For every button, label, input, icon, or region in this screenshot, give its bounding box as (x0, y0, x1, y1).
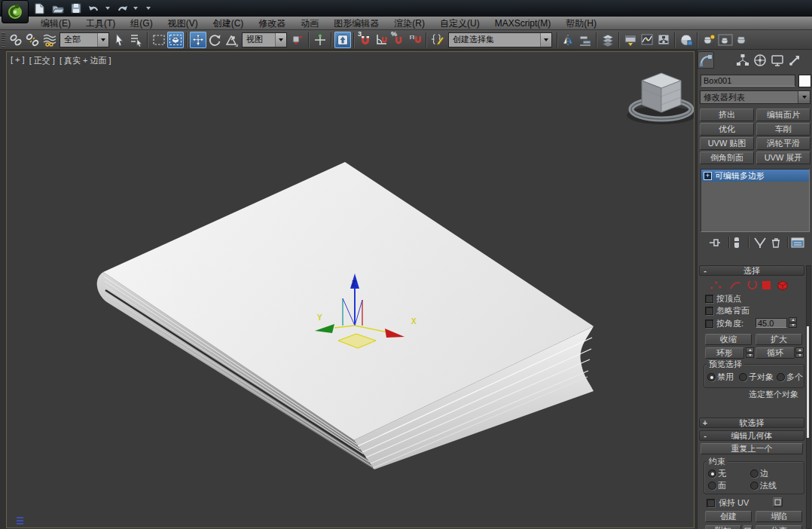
bind-to-space-warp-icon[interactable] (41, 32, 57, 48)
menu-tools[interactable]: 工具(T) (78, 17, 123, 30)
reference-coordinate-dropdown[interactable]: 视图 (242, 32, 287, 47)
shrink-button[interactable]: 收缩 (705, 334, 752, 345)
selection-filter-caret[interactable] (97, 33, 108, 47)
loop-spinner[interactable] (795, 347, 804, 358)
select-object-icon[interactable] (111, 32, 128, 48)
create-button[interactable]: 创建 (705, 511, 752, 522)
make-unique-icon[interactable] (753, 237, 767, 252)
modifier-button-turbosmooth[interactable]: 涡轮平滑 (756, 137, 810, 150)
menu-views[interactable]: 视图(V) (160, 17, 206, 30)
viewport-orthographic[interactable]: [ + ] [ 正交 ] [ 真实 + 边面 ] Z X Y (6, 51, 694, 528)
spinner-snap-icon[interactable] (407, 32, 423, 48)
constraint-edge-radio[interactable] (750, 469, 759, 478)
application-menu-button[interactable] (2, 0, 29, 23)
menu-edit[interactable]: 编辑(E) (33, 17, 78, 30)
pin-stack-icon[interactable] (708, 237, 722, 252)
render-production-icon[interactable] (734, 32, 750, 48)
rollout-expand-icon[interactable]: + (700, 418, 710, 427)
rollout-soft-selection-header[interactable]: + 软选择 (699, 417, 804, 428)
edit-named-selection-sets-icon[interactable] (429, 32, 446, 48)
detach-button[interactable]: 分离 (756, 525, 802, 529)
select-and-rotate-icon[interactable] (206, 32, 223, 48)
remove-modifier-icon[interactable] (770, 237, 782, 252)
viewport-menu-general[interactable]: [ + ] (11, 55, 25, 66)
open-file-icon[interactable] (51, 2, 64, 15)
menu-graph-editors[interactable]: 图形编辑器 (326, 17, 386, 30)
rendered-frame-window-icon[interactable] (717, 32, 734, 48)
ring-button[interactable]: 环形 (705, 347, 744, 359)
panel-scrollbar-thumb[interactable] (807, 326, 809, 438)
modifier-list-dropdown[interactable]: 修改器列表 (700, 90, 810, 104)
reference-coordinate-caret[interactable] (275, 33, 286, 47)
by-angle-spinner[interactable] (789, 317, 797, 328)
subobject-vertex-icon[interactable] (710, 279, 722, 294)
percent-snap-icon[interactable]: % (390, 32, 407, 48)
subobject-edge-icon[interactable] (729, 279, 742, 294)
redo-icon[interactable] (115, 2, 128, 15)
by-vertex-checkbox[interactable] (705, 295, 713, 303)
preserve-uv-checkbox[interactable] (707, 499, 715, 507)
select-by-name-icon[interactable] (128, 32, 145, 48)
preview-disable-radio[interactable] (707, 373, 716, 381)
graphite-ribbon-toggle-icon[interactable] (622, 32, 639, 48)
menu-modifiers[interactable]: 修改器 (251, 17, 293, 30)
menu-group[interactable]: 组(G) (123, 17, 160, 30)
grow-button[interactable]: 扩大 (756, 334, 802, 345)
align-icon[interactable] (577, 32, 594, 48)
tab-hierarchy[interactable] (734, 51, 751, 69)
modifier-button-unwrap-uvw[interactable]: UVW 展开 (756, 151, 810, 164)
select-and-link-icon[interactable] (8, 32, 24, 48)
constraint-normal-radio[interactable] (750, 482, 759, 490)
qat-customize-caret[interactable] (146, 7, 151, 10)
panel-scrollbar[interactable] (806, 265, 811, 529)
menu-maxscript[interactable]: MAXScript(M) (487, 17, 559, 30)
menu-rendering[interactable]: 渲染(R) (386, 17, 432, 30)
modifier-stack-list[interactable]: + 可编辑多边形 (701, 169, 810, 232)
subobject-element-icon[interactable] (776, 279, 789, 294)
configure-modifier-sets-icon[interactable] (791, 237, 804, 252)
modifier-button-optimize[interactable]: 优化 (700, 123, 754, 136)
modifier-button-bevel-profile[interactable]: 倒角剖面 (700, 151, 754, 164)
loop-button[interactable]: 循环 (756, 347, 795, 359)
named-selection-sets-dropdown[interactable]: 创建选择集 (448, 32, 552, 47)
by-angle-checkbox[interactable] (705, 320, 713, 328)
window-crossing-toggle-icon[interactable] (167, 32, 184, 48)
viewcube[interactable] (627, 73, 694, 124)
manage-layers-icon[interactable] (600, 32, 616, 48)
modifier-button-lathe[interactable]: 车削 (756, 123, 810, 136)
redo-dropdown-caret[interactable] (133, 7, 138, 10)
rollout-collapse-icon[interactable]: - (700, 266, 710, 275)
named-selection-sets-caret[interactable] (540, 33, 551, 47)
undo-dropdown-caret[interactable] (105, 7, 110, 10)
menu-help[interactable]: 帮助(H) (558, 17, 604, 30)
toolbar-grip[interactable] (2, 32, 5, 47)
show-end-result-icon[interactable] (732, 237, 741, 252)
menu-customize[interactable]: 自定义(U) (432, 17, 487, 30)
unlink-selection-icon[interactable] (24, 32, 41, 48)
preserve-uv-settings-button[interactable] (773, 497, 783, 507)
stack-item-editable-poly[interactable]: + 可编辑多边形 (701, 170, 809, 182)
new-file-icon[interactable] (33, 2, 46, 15)
object-name-field[interactable] (701, 75, 795, 87)
modifier-button-edit-patch[interactable]: 编辑面片 (756, 109, 810, 121)
viewport-menu-shading[interactable]: [ 真实 + 边面 ] (60, 55, 111, 66)
ring-spinner[interactable] (746, 347, 754, 358)
selection-filter-dropdown[interactable]: 全部 (60, 32, 109, 47)
select-and-scale-icon[interactable] (223, 32, 240, 48)
schematic-view-icon[interactable] (655, 32, 672, 48)
rectangular-selection-region-icon[interactable] (151, 32, 167, 48)
attach-list-button[interactable] (743, 525, 752, 529)
by-angle-value-field[interactable]: 45.0 (756, 318, 787, 328)
subobject-border-icon[interactable] (746, 279, 759, 294)
stack-expand-icon[interactable]: + (704, 172, 712, 180)
repeat-last-button[interactable]: 重复上一个 (701, 443, 803, 454)
undo-icon[interactable] (87, 2, 100, 15)
modifier-button-uvw-map[interactable]: UVW 贴图 (700, 137, 754, 150)
viewport-menu-pov[interactable]: [ 正交 ] (29, 55, 55, 66)
collapse-button[interactable]: 塌陷 (756, 511, 802, 522)
rollout-edit-geometry-header[interactable]: - 编辑几何体 (699, 430, 804, 441)
object-color-swatch[interactable] (798, 75, 811, 87)
keyboard-shortcut-override-icon[interactable] (334, 32, 351, 48)
save-icon[interactable] (69, 2, 82, 15)
tab-utilities[interactable] (786, 51, 803, 69)
